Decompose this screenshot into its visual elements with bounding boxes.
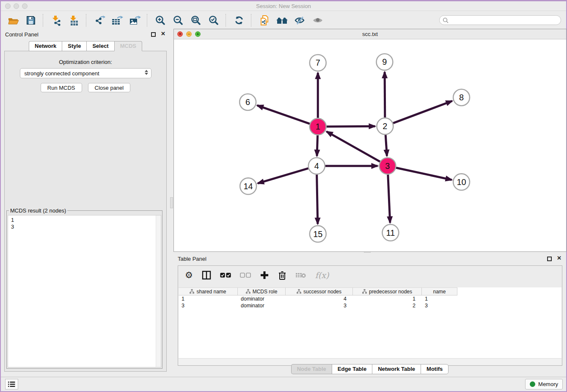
delete-column-button[interactable]: [278, 269, 286, 281]
cell-successor-nodes[interactable]: 3: [286, 302, 353, 309]
import-table-button[interactable]: [65, 13, 83, 28]
result-scrollbar[interactable]: [156, 215, 161, 367]
node-label: 14: [244, 182, 253, 191]
node-14[interactable]: 14: [240, 178, 256, 194]
zoom-selected-button[interactable]: [205, 13, 223, 28]
column-header-mcds-role[interactable]: MCDS role: [238, 287, 286, 295]
export-table-button[interactable]: [108, 13, 126, 28]
cell-successor-nodes[interactable]: 4: [286, 295, 353, 302]
node-4[interactable]: 4: [308, 157, 325, 174]
table-row[interactable]: 1dominator411: [179, 295, 561, 302]
zoom-fit-button[interactable]: [187, 13, 205, 28]
edge-2-3[interactable]: [385, 135, 387, 156]
column-header-successor-nodes[interactable]: successor nodes: [286, 287, 353, 295]
node-15[interactable]: 15: [310, 226, 326, 242]
close-panel-button[interactable]: Close panel: [88, 83, 131, 92]
show-all-button[interactable]: [309, 13, 327, 28]
node-6[interactable]: 6: [239, 94, 256, 110]
cell-predecessor-nodes[interactable]: 1: [353, 295, 422, 302]
optimization-criterion-select[interactable]: strongly connected component: [20, 68, 151, 78]
edge-3-11[interactable]: [388, 174, 390, 223]
maximize-view-button[interactable]: [195, 31, 201, 37]
vertical-splitter[interactable]: [170, 29, 173, 377]
node-9[interactable]: 9: [376, 54, 393, 70]
edge-2-9[interactable]: [385, 72, 385, 118]
close-panel-icon[interactable]: [557, 256, 562, 261]
table-settings-button[interactable]: ⚙: [185, 269, 193, 281]
column-header-shared-name[interactable]: shared name: [179, 287, 238, 295]
column-header-predecessor-nodes[interactable]: predecessor nodes: [353, 287, 422, 295]
task-history-button[interactable]: [5, 379, 18, 389]
zoom-out-button[interactable]: [169, 13, 187, 28]
close-panel-icon[interactable]: [161, 32, 166, 37]
tab-style[interactable]: Style: [62, 41, 86, 51]
memory-button[interactable]: Memory: [525, 379, 563, 389]
table-row[interactable]: 3dominator323: [179, 302, 561, 309]
refresh-button[interactable]: [230, 13, 248, 28]
column-header-name[interactable]: name: [422, 287, 457, 295]
splitter-handle[interactable]: [170, 197, 173, 208]
network-canvas[interactable]: 7968124314101511: [174, 39, 566, 251]
window-controls: [5, 3, 28, 9]
tab-network[interactable]: Network: [29, 41, 62, 51]
edge-4-14[interactable]: [258, 168, 308, 183]
network-window-controls: [177, 31, 201, 37]
export-image-button[interactable]: [126, 13, 144, 28]
float-panel-icon[interactable]: [547, 257, 552, 261]
edge-4-15[interactable]: [317, 174, 318, 224]
hide-selected-button[interactable]: [291, 13, 309, 28]
split-view-button[interactable]: [202, 269, 211, 281]
tab-select[interactable]: Select: [86, 41, 114, 51]
edge-3-10[interactable]: [396, 168, 452, 180]
trash-icon: [278, 271, 286, 280]
maximize-window-button[interactable]: [22, 3, 28, 9]
node-3[interactable]: 3: [379, 157, 396, 174]
open-session-button[interactable]: [4, 13, 22, 28]
edge-1-2[interactable]: [327, 126, 375, 127]
run-mcds-button[interactable]: Run MCDS: [41, 83, 82, 92]
select-all-button[interactable]: [220, 269, 231, 281]
edge-2-8[interactable]: [393, 101, 452, 123]
node-1[interactable]: 1: [310, 119, 326, 135]
edge-3-1[interactable]: [327, 132, 380, 162]
edge-1-6[interactable]: [257, 105, 310, 124]
cell-mcds-role[interactable]: dominator: [238, 295, 286, 302]
search-input[interactable]: [450, 16, 561, 24]
export-network-button[interactable]: [91, 13, 108, 28]
network-graph[interactable]: 7968124314101511: [174, 39, 566, 251]
close-window-button[interactable]: [5, 3, 11, 9]
tab-mcds[interactable]: MCDS: [114, 41, 142, 51]
refresh-icon: [234, 15, 245, 26]
cell-name[interactable]: 3: [422, 302, 457, 309]
import-network-button[interactable]: [47, 13, 65, 28]
node-2[interactable]: 2: [377, 118, 393, 135]
cell-shared-name[interactable]: 3: [179, 302, 238, 309]
tab-network-table[interactable]: Network Table: [372, 364, 421, 374]
mcds-result-textarea[interactable]: 1 3: [8, 215, 161, 367]
node-10[interactable]: 10: [453, 174, 470, 190]
tab-node-table[interactable]: Node Table: [291, 364, 332, 374]
clear-selection-button[interactable]: [240, 269, 251, 281]
delete-table-button[interactable]: [295, 269, 306, 281]
edge-1-4[interactable]: [317, 135, 318, 156]
close-view-button[interactable]: [177, 31, 183, 37]
home-layout-button[interactable]: [273, 13, 291, 28]
cell-predecessor-nodes[interactable]: 2: [353, 302, 422, 309]
apply-function-button[interactable]: f(x): [315, 269, 329, 281]
cell-shared-name[interactable]: 1: [179, 295, 238, 302]
node-8[interactable]: 8: [453, 89, 470, 106]
node-11[interactable]: 11: [382, 224, 399, 241]
node-7[interactable]: 7: [310, 55, 326, 71]
float-panel-icon[interactable]: [151, 32, 156, 37]
cell-name[interactable]: 1: [422, 295, 457, 302]
delete-table-icon: [295, 271, 306, 279]
minimize-window-button[interactable]: [14, 3, 19, 9]
zoom-in-button[interactable]: [151, 13, 169, 28]
tab-motifs[interactable]: Motifs: [421, 364, 449, 374]
copy-view-button[interactable]: [256, 13, 273, 28]
tab-edge-table[interactable]: Edge Table: [332, 364, 372, 374]
cell-mcds-role[interactable]: dominator: [238, 302, 286, 309]
minimize-view-button[interactable]: [186, 31, 192, 37]
add-column-button[interactable]: [260, 269, 269, 281]
save-session-button[interactable]: [22, 13, 40, 28]
